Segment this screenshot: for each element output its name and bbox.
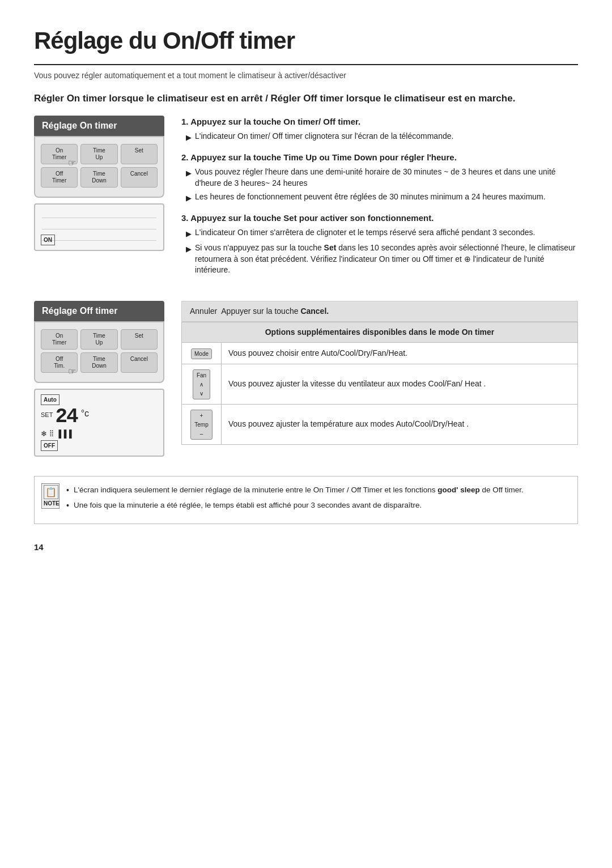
step-2-bullet-2: ▶ Les heures de fonctionnement peuvent ê… [186,192,578,204]
note-dot-1: • [66,484,69,497]
options-row-mode: Mode Vous pouvez choisir entre Auto/Cool… [182,342,578,364]
temp-minus-icon: – [200,430,203,437]
off-timer-buttons-grid: On Timer Time Up Set Off Tim. Time Down … [41,329,158,373]
step-2: 2. Appuyez sur la touche Time Up ou Time… [181,151,578,204]
options-row-fan: Fan ∧ ∨ Vous pouvez ajuster la vitesse d… [182,364,578,404]
signal-icon: ▐▐▐ [56,428,72,440]
step-2-bullet-2-text: Les heures de fonctionnement peuvent êtr… [195,192,546,203]
display-line-2 [42,222,156,229]
options-table-header: Options supplémentaires disponibles dans… [182,322,578,342]
fan-button[interactable]: Fan ∧ ∨ [193,369,210,399]
annuler-box: Annuler Appuyer sur la touche Cancel. [181,301,578,322]
annuler-detail: Appuyer sur la touche Cancel. [221,307,329,316]
display-degree: °c [81,407,89,420]
on-timer-buttons-grid: On Timer Time Up Set Off Timer Time Down… [41,144,158,188]
step-1-title: 1. Appuyez sur la touche On timer/ Off t… [181,116,578,129]
step-3-title: 3. Appuyez sur la touche Set pour active… [181,212,578,225]
on-timer-button[interactable]: On Timer [41,144,78,164]
temp-btn-cell: + Temp – [182,404,222,444]
step-2-bullet-1-text: Vous pouvez régler l'heure dans une demi… [195,167,578,189]
note-text-1: L'écran indiquera seulement le dernier r… [74,484,524,496]
off-timer-left-col: Réglage Off timer On Timer Time Up Set O… [34,301,164,462]
bold-instruction: Régler On timer lorsque le climatiseur e… [34,92,578,105]
note-icon: 📋 NOTE [41,483,60,509]
cancel-button[interactable]: Cancel [121,167,158,188]
fan-down-icon: ∨ [199,390,203,397]
step-3-content: ▶ L'indicateur On timer s'arrêtera de cl… [186,227,578,275]
note-label: NOTE [44,500,57,507]
step-2-content: ▶ Vous pouvez régler l'heure dans une de… [186,167,578,204]
note-text-2: Une fois que la minuterie a été réglée, … [74,500,422,512]
on-timer-label: Réglage On timer [34,116,164,136]
time-up-button[interactable]: Time Up [80,144,117,164]
off-timer-button-main[interactable]: Off Tim. [41,352,78,373]
fan-label: Fan [197,372,206,379]
bullet-arrow-2: ▶ [186,168,192,179]
step-1-content: ▶ L'indicateur On timer/ Off timer clign… [186,131,578,143]
off-time-up-button[interactable]: Time Up [80,329,117,350]
on-timer-left-col: Réglage On timer On Timer Time Up Set Of… [34,116,164,284]
off-cancel-button[interactable]: Cancel [121,352,158,373]
note-dot-2: • [66,500,69,512]
main-content: Réglage On timer On Timer Time Up Set Of… [34,116,578,284]
step-3-bullet-1: ▶ L'indicateur On timer s'arrêtera de cl… [186,227,578,240]
note-bullet-1: • L'écran indiquera seulement le dernier… [66,484,568,497]
fan-description: Vous pouvez ajuster la vitesse du ventil… [222,364,578,404]
off-right-col: Annuler Appuyer sur la touche Cancel. Op… [181,301,578,462]
annuler-label: Annuler [190,307,217,316]
on-timer-remote-box: On Timer Time Up Set Off Timer Time Down… [34,136,164,198]
step-2-num: 2. [181,152,190,162]
off-set-button[interactable]: Set [121,329,158,350]
page-number: 14 [34,541,578,554]
time-down-button[interactable]: Time Down [80,167,117,188]
page-title: Réglage du On/Off timer [34,23,578,65]
step-2-title: 2. Appuyez sur la touche Time Up ou Time… [181,151,578,164]
mode-description: Vous pouvez choisir entre Auto/Cool/Dry/… [222,342,578,364]
mode-btn-cell: Mode [182,342,222,364]
display-set-row: SET 24°c [41,407,158,427]
off-on-timer-button[interactable]: On Timer [41,329,78,350]
display-off-label: OFF [41,440,58,451]
off-timer-button[interactable]: Off Timer [41,167,78,188]
step-1-num: 1. [181,117,190,126]
display-set-label: SET [41,410,53,420]
fan-icon: ⣿ [49,428,54,440]
step-2-bullet-1: ▶ Vous pouvez régler l'heure dans une de… [186,167,578,189]
temp-plus-icon: + [200,412,203,419]
temp-description: Vous pouvez ajuster la température aux m… [222,404,578,444]
set-button[interactable]: Set [121,144,158,164]
display-on-label: ON [41,235,55,245]
mode-button[interactable]: Mode [191,348,212,359]
step-3-bullet-1-text: L'indicateur On timer s'arrêtera de clig… [195,227,535,239]
snowflake-icon: ❄ [41,428,47,440]
step-3: 3. Appuyez sur la touche Set pour active… [181,212,578,276]
steps-col: 1. Appuyez sur la touche On timer/ Off t… [181,116,578,284]
bullet-arrow-4: ▶ [186,228,192,240]
bullet-arrow-3: ▶ [186,193,192,204]
off-timer-display: Auto SET 24°c ❄ ⣿ ▐▐▐ OFF [34,389,164,457]
fan-up-icon: ∧ [199,381,203,388]
display-auto-label: Auto [41,394,60,405]
fan-btn-cell: Fan ∧ ∨ [182,364,222,404]
step-1-bullet-1: ▶ L'indicateur On timer/ Off timer clign… [186,131,578,143]
note-bullet-2: • Une fois que la minuterie a été réglée… [66,500,568,512]
note-box: 📋 NOTE • L'écran indiquera seulement le … [34,476,578,524]
bullet-arrow: ▶ [186,132,192,143]
options-table: Options supplémentaires disponibles dans… [181,322,578,445]
temp-label: Temp [194,421,208,428]
step-1-bullet-1-text: L'indicateur On timer/ Off timer clignot… [195,131,453,142]
display-big-temp: 24 [55,407,77,427]
off-time-down-button[interactable]: Time Down [80,352,117,373]
options-row-temp: + Temp – Vous pouvez ajuster la températ… [182,404,578,444]
display-icons-row: ❄ ⣿ ▐▐▐ [41,428,158,440]
bullet-arrow-5: ▶ [186,244,192,255]
on-timer-display: ON [34,203,164,251]
page-subtitle: Vous pouvez régler automatiquement et a … [34,70,578,82]
off-timer-section: Réglage Off timer On Timer Time Up Set O… [34,301,578,462]
off-timer-remote-box: On Timer Time Up Set Off Tim. Time Down … [34,321,164,383]
step-3-bullet-2-text: Si vous n'appuyez pas sur la touche Set … [195,242,578,276]
step-3-num: 3. [181,213,190,223]
display-line-1 [42,210,156,218]
temp-button[interactable]: + Temp – [190,410,212,440]
step-3-bullet-2: ▶ Si vous n'appuyez pas sur la touche Se… [186,242,578,276]
